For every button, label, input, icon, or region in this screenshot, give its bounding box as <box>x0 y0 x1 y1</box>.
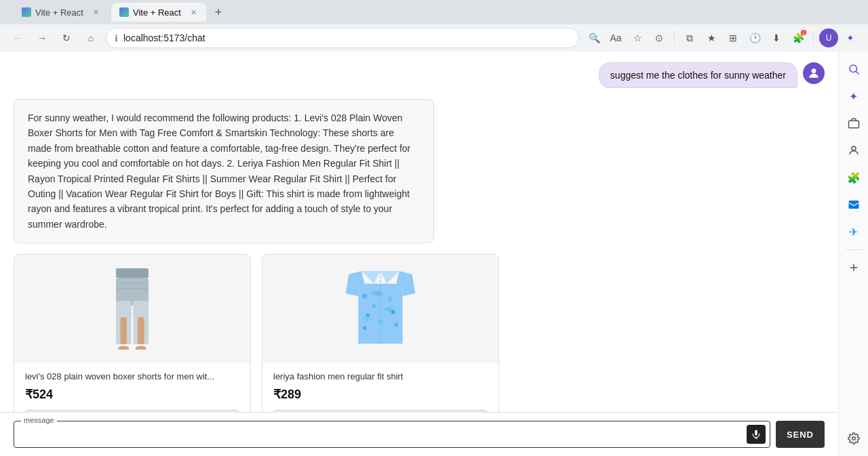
tab-1-close[interactable]: ✕ <box>92 7 100 18</box>
sidebar-copilot-icon[interactable]: ✦ <box>842 84 866 108</box>
message-input[interactable] <box>14 421 770 447</box>
url-bar[interactable]: ℹ localhost:5173/chat <box>106 28 579 48</box>
chat-area: suggest me the clothes for sunny weather… <box>0 51 838 456</box>
svg-point-19 <box>378 319 382 324</box>
message-input-wrapper: message <box>14 421 770 448</box>
tab-1-favicon <box>22 7 31 17</box>
sidebar-search-icon[interactable] <box>842 57 866 81</box>
sidebar-divider <box>846 249 862 250</box>
svg-rect-26 <box>848 201 859 209</box>
ai-response-content: For sunny weather, I would recommend the… <box>28 112 410 230</box>
tab-2[interactable]: Vite + React ✕ <box>111 3 206 22</box>
reload-button[interactable]: ↻ <box>57 28 76 47</box>
address-bar: ← → ↻ ⌂ ℹ localhost:5173/chat 🔍 Aa ☆ ⊙ ⧉… <box>0 24 868 51</box>
extensions-icon[interactable]: 🧩 1 <box>789 28 808 47</box>
send-button[interactable]: SEND <box>776 421 825 448</box>
mic-button[interactable] <box>747 425 766 444</box>
reader-view-icon[interactable]: Aa <box>606 28 625 47</box>
svg-point-16 <box>387 297 392 302</box>
product-1-name: levi's 028 plain woven boxer shorts for … <box>25 371 239 381</box>
sidebar-outlook-icon[interactable] <box>842 192 866 217</box>
toolbar-divider <box>674 32 675 44</box>
profile-icon[interactable]: U <box>819 28 838 47</box>
copilot-edge-icon[interactable]: ✦ <box>841 28 860 47</box>
product-1-image <box>14 255 250 363</box>
split-view-icon[interactable]: ⧉ <box>680 28 699 47</box>
ai-response-text: For sunny weather, I would recommend the… <box>14 99 434 243</box>
svg-point-9 <box>118 346 129 350</box>
back-button[interactable]: ← <box>8 28 27 47</box>
tab-2-close[interactable]: ✕ <box>189 7 198 18</box>
product-card-2: leriya fashion men regular fit shirt ₹28… <box>262 254 499 412</box>
collections-icon[interactable]: ★ <box>702 28 721 47</box>
home-button[interactable]: ⌂ <box>81 28 100 47</box>
chat-messages: suggest me the clothes for sunny weather… <box>0 51 838 412</box>
user-avatar <box>803 62 825 84</box>
url-text: localhost:5173/chat <box>123 33 570 43</box>
svg-rect-3 <box>116 268 149 278</box>
sidebar-telegram-icon[interactable]: ✈ <box>842 220 866 244</box>
svg-point-0 <box>812 68 816 73</box>
extension-notification-badge: 1 <box>801 30 806 35</box>
bookmark-icon[interactable]: ☆ <box>628 28 647 47</box>
tab-2-favicon <box>119 7 129 17</box>
url-info-icon: ℹ <box>115 33 118 43</box>
product-2-name: leriya fashion men regular fit shirt <box>273 371 488 381</box>
sidebar-briefcase-icon[interactable] <box>842 111 866 136</box>
tab-1-title: Vite + React <box>35 7 83 18</box>
sidebar-settings-icon[interactable] <box>842 426 866 451</box>
mic-icon <box>751 430 761 439</box>
svg-point-22 <box>850 65 857 72</box>
tab-bar: Vite + React ✕ Vite + React ✕ + <box>0 0 868 24</box>
product-2-image <box>262 255 498 363</box>
svg-point-29 <box>852 437 855 440</box>
toolbar-icons: 🔍 Aa ☆ ⊙ ⧉ ★ ⊞ 🕐 ⬇ 🧩 1 U ✦ <box>585 28 860 47</box>
shorts-svg <box>98 268 166 350</box>
tab-2-title: Vite + React <box>133 7 181 18</box>
svg-line-23 <box>856 71 859 74</box>
history-icon[interactable]: 🕐 <box>745 28 764 47</box>
svg-point-21 <box>395 323 399 327</box>
toolbar-divider-2 <box>813 32 814 44</box>
product-2-info: leriya fashion men regular fit shirt ₹28… <box>262 363 498 410</box>
favorites-icon[interactable]: ⊞ <box>724 28 743 47</box>
main-layout: suggest me the clothes for sunny weather… <box>0 51 868 456</box>
svg-point-20 <box>363 326 367 330</box>
sidebar-person-icon[interactable] <box>842 138 866 163</box>
shirt-svg <box>340 262 421 356</box>
downloads-icon[interactable]: ⬇ <box>767 28 786 47</box>
new-tab-button[interactable]: + <box>209 3 228 22</box>
svg-point-15 <box>372 304 376 308</box>
product-2-price: ₹289 <box>273 387 488 402</box>
svg-rect-12 <box>138 317 144 344</box>
message-label: message <box>21 416 57 424</box>
svg-point-25 <box>852 146 856 150</box>
tab-1[interactable]: Vite + React ✕ <box>14 3 108 22</box>
product-1-price: ₹524 <box>25 387 239 402</box>
chat-input-area: message SEND <box>0 412 838 456</box>
user-message-text: suggest me the clothes for sunny weather <box>610 70 786 81</box>
sidebar-add-icon[interactable] <box>842 255 866 280</box>
forward-button[interactable]: → <box>33 28 52 47</box>
tab-save-icon[interactable]: ⊙ <box>650 28 669 47</box>
product-cards: levi's 028 plain woven boxer shorts for … <box>14 254 825 412</box>
svg-point-14 <box>362 294 367 299</box>
svg-rect-11 <box>120 317 127 344</box>
sidebar-puzzle-icon[interactable]: 🧩 <box>842 165 866 190</box>
user-message-row: suggest me the clothes for sunny weather <box>14 62 825 88</box>
right-sidebar: ✦ 🧩 ✈ <box>838 51 868 456</box>
svg-rect-24 <box>848 121 859 128</box>
product-card-1: levi's 028 plain woven boxer shorts for … <box>14 254 251 412</box>
search-toolbar-icon[interactable]: 🔍 <box>585 28 604 47</box>
browser-chrome: Vite + React ✕ Vite + React ✕ + ← → ↻ ⌂ … <box>0 0 868 51</box>
svg-point-10 <box>136 346 146 350</box>
product-1-info: levi's 028 plain woven boxer shorts for … <box>14 363 250 410</box>
user-message-bubble: suggest me the clothes for sunny weather <box>599 62 797 88</box>
